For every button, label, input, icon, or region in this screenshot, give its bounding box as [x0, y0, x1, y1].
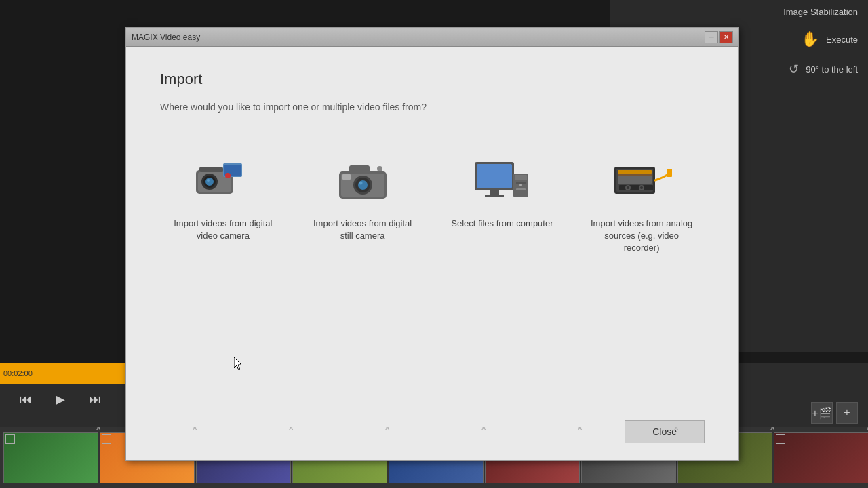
import-dialog: MAGIX Video easy ─ ✕ Import Where would …	[125, 27, 739, 461]
svg-rect-27	[516, 182, 526, 184]
play-icon: ▶	[56, 392, 65, 407]
svg-rect-24	[515, 175, 527, 180]
svg-point-9	[225, 173, 231, 178]
svg-point-15	[358, 180, 368, 190]
forward-icon: ⏭	[89, 392, 101, 407]
import-options: Import videos from digital video camera	[160, 153, 705, 390]
dialog-footer: Close	[126, 410, 738, 460]
add-media-button[interactable]: +🎬	[811, 402, 833, 424]
timeline-bar: 00:02:00	[0, 363, 136, 384]
play-button[interactable]: ▶	[48, 387, 73, 411]
rewind-icon: ⏮	[20, 392, 32, 407]
svg-rect-12	[349, 165, 370, 174]
rewind-button[interactable]: ⏮	[14, 387, 38, 411]
minimize-icon: ─	[709, 33, 713, 41]
minimize-button[interactable]: ─	[705, 31, 718, 43]
svg-point-18	[377, 166, 382, 171]
digital-still-camera-label: Import videos from digital still camera	[309, 218, 417, 242]
thumbnail-checkbox[interactable]	[5, 434, 15, 444]
rotate-item[interactable]: ↺ 90° to the left	[789, 62, 858, 77]
analog-sources-icon	[608, 153, 675, 207]
execute-label: Execute	[826, 35, 858, 45]
close-icon[interactable]: ✕	[577, 427, 583, 432]
svg-rect-31	[619, 185, 653, 190]
list-item: ✕	[3, 432, 98, 483]
computer-icon	[468, 153, 536, 207]
svg-rect-38	[618, 174, 652, 176]
svg-rect-37	[618, 170, 652, 174]
svg-rect-21	[490, 190, 499, 195]
dialog-content: Import Where would you like to import on…	[126, 47, 738, 410]
close-icon[interactable]: ✕	[770, 427, 775, 432]
thumbnail[interactable]	[774, 432, 868, 483]
thumbnail-checkbox[interactable]	[776, 434, 785, 444]
computer-label: Select files from computer	[451, 218, 553, 230]
list-item: ✕	[774, 432, 868, 483]
svg-rect-8	[199, 167, 223, 172]
close-icon[interactable]: ✕	[384, 427, 390, 432]
thumbnail[interactable]	[3, 432, 98, 483]
svg-rect-17	[342, 174, 351, 180]
rotate-label: 90° to the left	[806, 64, 858, 75]
import-option-digital-video-camera[interactable]: Import videos from digital video camera	[169, 153, 277, 242]
close-icon[interactable]: ✕	[96, 427, 101, 432]
svg-point-4	[205, 178, 214, 186]
dialog-close-icon: ✕	[724, 33, 729, 41]
svg-rect-36	[667, 169, 672, 177]
svg-rect-22	[485, 195, 504, 197]
digital-video-camera-icon	[189, 153, 257, 207]
close-icon[interactable]: ✕	[288, 427, 294, 432]
close-icon[interactable]: ✕	[673, 427, 679, 432]
close-dialog-button[interactable]: Close	[625, 420, 705, 443]
rotate-icon: ↺	[789, 62, 799, 77]
svg-point-35	[640, 186, 643, 189]
add-buttons: +🎬 +	[811, 402, 858, 424]
close-icon[interactable]: ✕	[481, 427, 486, 432]
import-option-digital-still-camera[interactable]: Import videos from digital still camera	[309, 153, 417, 242]
add-item-icon: +	[844, 407, 850, 419]
dialog-controls: ─ ✕	[705, 31, 733, 43]
transport-controls: ⏮ ▶ ⏭	[14, 387, 107, 411]
digital-video-camera-label: Import videos from digital video camera	[169, 218, 277, 242]
thumbnail-checkbox[interactable]	[102, 434, 111, 444]
add-media-icon: +🎬	[812, 407, 831, 420]
import-option-computer[interactable]: Select files from computer	[448, 153, 556, 230]
image-stabilization-label: Image Stabilization	[783, 7, 858, 17]
execute-icon: ✋	[801, 30, 819, 48]
import-option-analog-sources[interactable]: Import videos from analog sources (e.g. …	[587, 153, 696, 255]
dialog-titlebar: MAGIX Video easy ─ ✕	[126, 28, 738, 47]
execute-item[interactable]: ✋ Execute	[801, 30, 858, 48]
forward-button[interactable]: ⏭	[83, 387, 107, 411]
close-icon[interactable]: ✕	[192, 427, 197, 432]
svg-point-16	[359, 182, 362, 185]
dialog-close-button[interactable]: ✕	[719, 31, 733, 43]
svg-point-33	[627, 186, 629, 189]
add-item-button[interactable]: +	[836, 402, 858, 424]
dialog-heading: Import	[160, 70, 705, 88]
dialog-title: MAGIX Video easy	[132, 33, 705, 42]
svg-point-5	[207, 179, 210, 182]
svg-rect-26	[516, 188, 526, 190]
analog-sources-label: Import videos from analog sources (e.g. …	[587, 218, 696, 255]
time-label: 00:02:00	[3, 369, 33, 378]
dialog-subtitle: Where would you like to import one or mu…	[160, 102, 705, 113]
svg-rect-20	[477, 164, 512, 188]
digital-still-camera-icon	[329, 153, 397, 207]
image-stabilization-item: Image Stabilization	[783, 7, 858, 17]
